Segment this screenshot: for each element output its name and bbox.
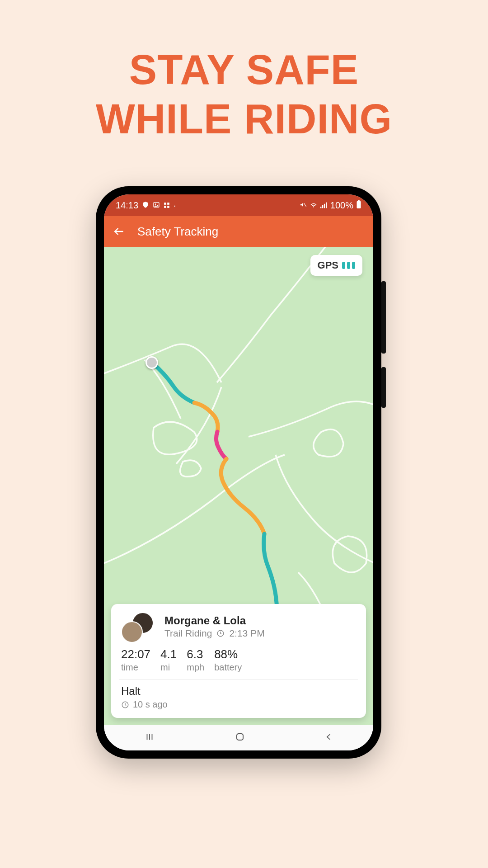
signal-icon [320, 200, 328, 211]
stat-time: 22:07 time [121, 647, 150, 673]
dot-icon: · [174, 200, 176, 211]
svg-rect-7 [320, 207, 321, 208]
start-time: 2:13 PM [229, 628, 264, 639]
svg-rect-19 [237, 734, 243, 740]
activity-label: Trail Riding [164, 628, 212, 639]
app-bar: Safety Tracking [104, 216, 373, 247]
status-time: 14:13 [116, 200, 138, 211]
headline-line-2: WHILE RIDING [0, 94, 488, 144]
mute-icon [300, 200, 307, 211]
battery-text: 100% [330, 200, 353, 211]
wifi-icon [310, 200, 318, 211]
gps-signal-bars-icon [342, 262, 355, 269]
clock-icon [121, 701, 129, 709]
svg-rect-11 [358, 200, 360, 201]
svg-point-1 [155, 203, 156, 205]
phone-frame: 14:13 · [96, 186, 381, 759]
recent-apps-icon[interactable] [144, 732, 155, 744]
svg-rect-5 [167, 206, 169, 208]
svg-rect-8 [322, 205, 323, 208]
stat-battery: 88% battery [214, 647, 242, 673]
clock-icon [216, 629, 225, 637]
tracking-card[interactable]: Morgane & Lola Trail Riding 2:13 PM 22:0… [111, 604, 366, 718]
divider [119, 679, 358, 679]
stat-distance: 4.1 mi [160, 647, 177, 673]
svg-rect-9 [324, 203, 325, 208]
promo-headline: STAY SAFE WHILE RIDING [0, 0, 488, 143]
app-title: Safety Tracking [137, 225, 218, 239]
avatar [121, 621, 143, 643]
status-bar: 14:13 · [104, 194, 373, 216]
trail-start-marker[interactable] [145, 356, 158, 369]
status-time: 10 s ago [133, 699, 168, 710]
status-title: Halt [121, 685, 356, 698]
rider-name: Morgane & Lola [164, 614, 265, 627]
avatar-stack [121, 612, 157, 641]
back-arrow-icon[interactable] [113, 226, 125, 237]
gps-indicator[interactable]: GPS [310, 255, 362, 276]
grid-icon [164, 200, 170, 211]
map[interactable]: GPS Morgane & Lola Trail Riding [104, 247, 373, 725]
stats-row: 22:07 time 4.1 mi 6.3 mph 88% battery [121, 647, 356, 673]
home-icon[interactable] [235, 731, 245, 744]
back-icon[interactable] [324, 732, 333, 744]
side-button [381, 367, 386, 408]
shield-icon [142, 200, 149, 211]
svg-rect-12 [357, 201, 361, 208]
side-button [381, 281, 386, 354]
svg-rect-3 [167, 203, 169, 205]
battery-icon [356, 200, 361, 211]
stat-speed: 6.3 mph [187, 647, 204, 673]
svg-rect-4 [164, 206, 166, 208]
svg-rect-10 [326, 202, 327, 208]
image-icon [153, 200, 160, 211]
headline-line-1: STAY SAFE [0, 45, 488, 94]
gps-label: GPS [318, 259, 338, 271]
android-nav-bar [104, 725, 373, 750]
svg-line-6 [304, 203, 306, 207]
svg-rect-2 [164, 203, 166, 205]
screen: 14:13 · [104, 194, 373, 750]
